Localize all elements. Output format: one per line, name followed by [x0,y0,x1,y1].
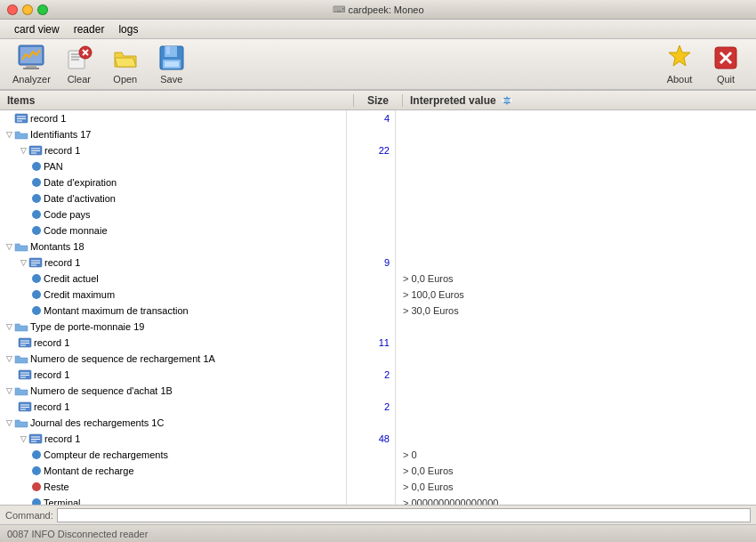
cell-size [347,239,396,255]
analyzer-button[interactable]: Analyzer [7,42,56,86]
table-row[interactable]: Reste > 0,0 Euros [0,479,756,495]
folder-icon [14,417,28,428]
table-row[interactable]: Date d'activation [0,190,756,206]
cell-size [347,190,396,206]
item-label: Montant maximum de transaction [44,305,189,316]
toggle-expand[interactable]: ▽ [18,433,28,444]
table-row[interactable]: ▽ record 1 9 [0,255,756,271]
table-row[interactable]: record 1 2 [0,399,756,415]
about-button[interactable]: About [656,42,703,86]
cell-value [396,431,756,447]
folder-icon [14,385,28,396]
table-row[interactable]: ▽ Numero de sequence d'achat 1B [0,383,756,399]
cell-value [396,319,756,335]
menu-logs[interactable]: logs [111,21,145,37]
table-row[interactable]: ▽ Journal des rechargements 1C [0,415,756,431]
analyzer-label: Analyzer [12,74,51,85]
table-row[interactable]: Montant maximum de transaction > 30,0 Eu… [0,303,756,319]
maximize-button[interactable] [37,4,48,15]
col-size-header: Size [354,94,403,107]
clear-button[interactable]: Clear [56,42,102,86]
cell-value: > 30,0 Euros [396,303,756,319]
cell-size [347,479,396,495]
quit-button[interactable]: Quit [703,42,749,86]
cell-size [347,126,396,142]
cell-value: > 0000000000000000 [396,495,756,505]
cell-size [347,319,396,335]
table-row[interactable]: Date d'expiration [0,174,756,190]
record-icon [18,401,32,412]
table-row[interactable]: Code pays [0,206,756,222]
minimize-button[interactable] [22,4,33,15]
cell-value [396,222,756,239]
table-row[interactable]: record 1 11 [0,335,756,351]
quit-label: Quit [717,74,735,85]
table-row[interactable]: ▽ record 1 22 [0,142,756,158]
status-bar: 0087 INFO Disconnected reader [0,524,756,542]
table-row[interactable]: Compteur de rechargements > 0 [0,447,756,463]
menu-reader[interactable]: reader [67,21,112,37]
cell-value [396,206,756,222]
svg-rect-22 [502,99,512,102]
toggle-expand[interactable]: ▽ [18,257,28,268]
table-row[interactable]: ▽ Type de porte-monnaie 19 [0,319,756,335]
cell-value: > 100,0 Euros [396,287,756,303]
menubar: card view reader logs [0,20,756,39]
cell-size: 11 [347,335,396,351]
toggle-expand[interactable]: ▽ [18,145,28,156]
item-label: Numero de sequence de rechargement 1A [30,353,215,364]
sort-icon[interactable] [500,94,514,107]
item-label: Montant de recharge [44,465,134,476]
toggle-expand[interactable]: ▽ [4,129,14,140]
table-row[interactable]: Credit maximum > 100,0 Euros [0,287,756,303]
cell-size [347,206,396,222]
table-row[interactable]: ▽ record 1 48 [0,431,756,447]
svg-marker-16 [669,45,690,66]
cell-size: 2 [347,367,396,383]
cell-value [396,255,756,271]
command-input[interactable] [57,508,751,522]
field-icon [32,226,41,235]
tree-content[interactable]: record 1 4 ▽ Identifiants 17 ▽ [0,110,756,505]
table-row[interactable]: Terminal > 0000000000000000 [0,495,756,505]
svg-rect-3 [23,68,39,69]
save-button[interactable]: Save [149,42,195,86]
analyzer-icon [17,44,45,72]
record-icon [18,337,32,348]
table-row[interactable]: Montant de recharge > 0,0 Euros [0,463,756,479]
item-label: record 1 [30,113,66,124]
field-icon [32,274,41,283]
table-row[interactable]: ▽ Numero de sequence de rechargement 1A [0,351,756,367]
cell-value [396,158,756,174]
field-icon [32,466,41,475]
window-controls[interactable] [7,4,48,15]
table-row[interactable]: PAN [0,158,756,174]
table-row[interactable]: ▽ Montants 18 [0,239,756,255]
table-row[interactable]: Code monnaie [0,222,756,239]
item-label: record 1 [34,401,69,412]
open-button[interactable]: Open [102,42,149,86]
cell-size: 22 [347,142,396,158]
record-icon [14,113,28,124]
close-button[interactable] [7,4,18,15]
about-icon [665,44,694,72]
field-icon-red [32,482,41,491]
record-icon [28,145,43,156]
cell-value [396,415,756,431]
table-row[interactable]: ▽ Identifiants 17 [0,126,756,142]
toggle-expand[interactable]: ▽ [4,241,14,252]
toggle-expand[interactable]: ▽ [4,385,14,396]
cell-size [347,383,396,399]
menu-card-view[interactable]: card view [7,21,67,37]
open-label: Open [113,74,137,85]
open-icon [111,44,140,72]
cell-size [347,287,396,303]
record-icon [18,369,32,380]
toggle-expand[interactable]: ▽ [4,321,14,332]
toggle-expand[interactable]: ▽ [4,353,14,364]
table-row[interactable]: Credit actuel > 0,0 Euros [0,271,756,287]
table-row[interactable]: record 1 2 [0,367,756,383]
table-row[interactable]: record 1 4 [0,110,756,126]
field-icon [32,498,41,505]
toggle-expand[interactable]: ▽ [4,417,14,428]
